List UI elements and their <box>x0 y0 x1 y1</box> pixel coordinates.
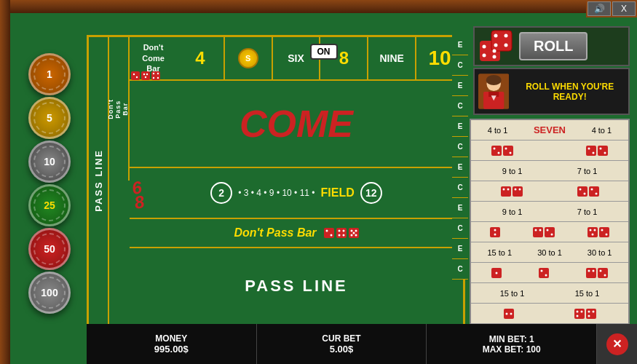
svg-point-24 <box>350 234 352 237</box>
dice-group-3c <box>587 227 609 237</box>
svg-point-78 <box>505 312 507 314</box>
chip-1[interactable]: 1 <box>28 53 71 95</box>
svg-point-67 <box>496 272 498 274</box>
delete-bet-button[interactable]: ✕ <box>597 324 637 364</box>
min-bet-label: MIN BET: 1 <box>489 334 534 344</box>
field-label: FIELD <box>321 186 355 199</box>
svg-point-75 <box>599 269 601 272</box>
svg-rect-41 <box>513 186 523 197</box>
svg-point-65 <box>606 233 608 235</box>
pass-line-text: PASS LINE <box>245 277 348 296</box>
bet-chip-5: S <box>238 48 258 68</box>
svg-rect-7 <box>151 71 160 80</box>
on-button[interactable]: ON <box>310 44 338 60</box>
number-cell-4[interactable]: 4 <box>177 37 225 79</box>
svg-point-83 <box>576 314 578 317</box>
dice-group-4b <box>539 268 549 278</box>
svg-point-96 <box>493 49 496 52</box>
row2-right: 7 to 1 <box>577 167 598 175</box>
money-box: MONEY 995.00$ <box>87 324 257 364</box>
svg-point-6 <box>145 76 146 78</box>
svg-point-9 <box>157 73 159 74</box>
dont-pass-bar-text: Don't Pass Bar <box>234 226 316 240</box>
svg-point-57 <box>546 229 548 231</box>
row5-left: 15 to 1 <box>500 289 525 298</box>
chip-100[interactable]: 100 <box>28 272 71 314</box>
payout-row2: 9 to 1 7 to 1 <box>471 161 628 181</box>
dice-group-2a <box>501 186 523 197</box>
svg-point-13 <box>325 230 328 232</box>
row3-right: 7 to 1 <box>577 207 598 216</box>
svg-point-28 <box>497 151 499 154</box>
number-cell-5[interactable]: S <box>225 37 273 79</box>
seven-label: SEVEN <box>534 124 566 135</box>
chip-25[interactable]: 25 <box>28 184 71 226</box>
svg-point-17 <box>342 230 344 232</box>
wood-border-left <box>0 0 10 364</box>
sound-button[interactable]: 🔊 <box>587 1 611 16</box>
svg-point-79 <box>510 312 512 314</box>
table-inner: Don'tComeBar 4 S SIX 8 NINE 10 <box>130 37 463 324</box>
svg-point-11 <box>157 77 159 79</box>
dealer-message: ROLL WHEN YOU'RE READY! <box>515 82 625 102</box>
svg-rect-47 <box>589 186 599 197</box>
svg-point-45 <box>579 188 581 190</box>
chip-50[interactable]: 50 <box>28 228 71 270</box>
svg-point-1 <box>133 74 135 75</box>
row5-right: 15 to 1 <box>575 289 600 298</box>
payout-dice-row4 <box>471 263 628 283</box>
dont-pass-bar-dice <box>324 228 359 238</box>
payout-row4: 15 to 1 30 to 1 30 to 1 <box>471 242 628 263</box>
svg-point-16 <box>338 230 340 232</box>
row4-left: 15 to 1 <box>488 248 513 257</box>
money-label: MONEY <box>155 333 187 344</box>
svg-point-36 <box>600 147 602 149</box>
dealer-avatar <box>478 71 509 111</box>
svg-point-54 <box>534 229 537 231</box>
close-button[interactable]: X <box>612 1 636 16</box>
seven-left-payout: 4 to 1 <box>488 126 508 135</box>
svg-point-55 <box>539 229 541 231</box>
chip-10[interactable]: 10 <box>28 141 71 183</box>
svg-point-91 <box>505 33 508 37</box>
svg-point-39 <box>502 188 505 190</box>
svg-point-33 <box>588 147 590 149</box>
svg-point-87 <box>587 314 590 317</box>
svg-point-4 <box>143 74 145 75</box>
chip-5[interactable]: 5 <box>28 97 71 139</box>
cur-bet-value: 5.00$ <box>330 344 354 355</box>
dice-group-3b <box>533 227 555 237</box>
come-area[interactable]: COME <box>130 81 463 168</box>
svg-point-49 <box>595 192 597 194</box>
svg-rect-26 <box>491 146 502 156</box>
svg-point-85 <box>587 310 590 312</box>
payout-row5: 15 to 1 15 to 1 <box>471 283 628 304</box>
svg-rect-15 <box>336 228 347 238</box>
svg-rect-50 <box>490 227 500 237</box>
come-label: COME <box>240 102 353 146</box>
svg-rect-80 <box>574 309 585 319</box>
cur-bet-box: CUR BET 5.00$ <box>257 324 427 364</box>
roll-button[interactable]: ROLL <box>519 32 587 60</box>
cur-bet-label: CUR BET <box>322 333 360 344</box>
field-area[interactable]: 2 • 3 • 4 • 9 • 10 • 11 • FIELD 12 <box>130 168 463 219</box>
svg-rect-38 <box>501 186 511 197</box>
table-felt: 1 5 10 25 50 100 ON PASS LINE Don'tPassB… <box>10 13 637 364</box>
svg-point-97 <box>493 55 496 58</box>
svg-rect-63 <box>599 227 609 237</box>
payout-row3: 9 to 1 7 to 1 <box>471 202 628 222</box>
wood-border-top <box>0 0 637 13</box>
svg-point-22 <box>355 230 357 232</box>
top-controls: 🔊 X <box>586 0 637 17</box>
pass-line-bottom[interactable]: PASS LINE <box>130 248 463 324</box>
svg-point-90 <box>494 33 498 37</box>
game-container: 🔊 X 1 5 10 25 50 100 ON PASS LINE Don'tP… <box>0 0 637 364</box>
svg-rect-53 <box>533 227 543 237</box>
svg-point-72 <box>587 269 590 272</box>
dealer-area: ROLL WHEN YOU'RE READY! <box>473 68 630 115</box>
svg-point-82 <box>580 310 582 312</box>
svg-rect-0 <box>131 71 140 80</box>
payout-seven-row: 4 to 1 SEVEN 4 to 1 <box>471 120 628 141</box>
number-cell-nine[interactable]: NINE <box>368 37 416 79</box>
dont-pass-bar-area[interactable]: Don't Pass Bar <box>130 219 463 248</box>
